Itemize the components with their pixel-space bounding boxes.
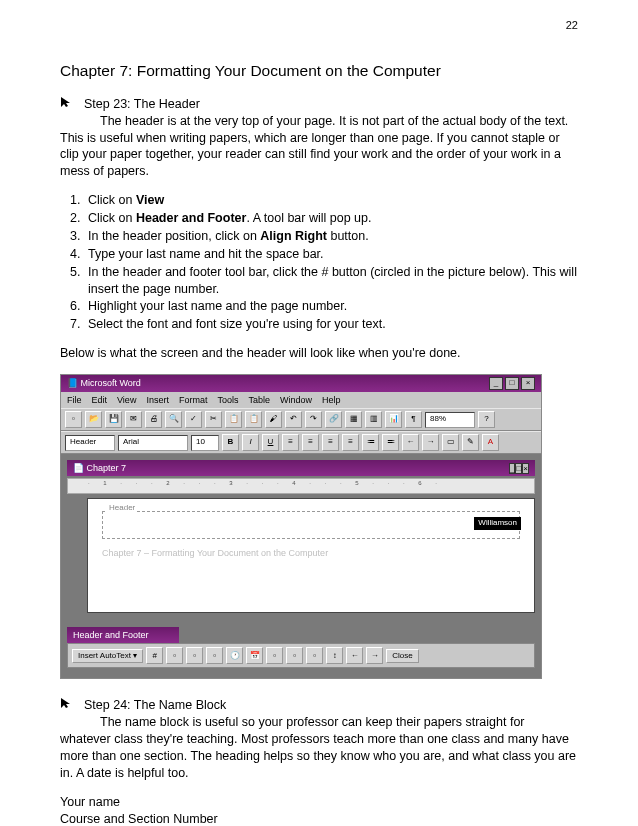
open-icon: 📂: [85, 411, 102, 428]
list-item: Click on View: [84, 192, 578, 209]
list-item: In the header and footer tool bar, click…: [84, 264, 578, 298]
word-screenshot: 📘 Microsoft Word _ □ × FileEditViewInser…: [60, 374, 542, 679]
pointer-icon: [60, 697, 74, 714]
highlight-icon: ✎: [462, 434, 479, 451]
insert-autotext-button: Insert AutoText ▾: [72, 649, 143, 664]
new-icon: ▫: [65, 411, 82, 428]
formatting-toolbar: Header Arial 10 BIU ≡≡≡≡ ≔≕←→ ▭✎A: [61, 431, 541, 454]
step23-intro: The header is at the very top of your pa…: [60, 113, 578, 181]
minimize-icon: _: [489, 377, 503, 390]
list-item: Type your last name and hit the space ba…: [84, 246, 578, 263]
align-right-icon: ≡: [322, 434, 339, 451]
style-select: Header: [65, 435, 115, 451]
italic-icon: I: [242, 434, 259, 451]
list-item: Select the font and font size you're usi…: [84, 316, 578, 333]
doc-titlebar: 📄 Chapter 7 _□×: [67, 460, 535, 476]
save-icon: 💾: [105, 411, 122, 428]
step-heading: Step 24: The Name Block: [84, 697, 226, 714]
close-button: Close: [386, 649, 418, 664]
size-select: 10: [191, 435, 219, 451]
step-heading: Step 23: The Header: [84, 96, 200, 113]
font-select: Arial: [118, 435, 188, 451]
document-page: Header Williamson Chapter 7 – Formatting…: [87, 498, 535, 613]
pointer-icon: [60, 96, 74, 113]
font-color-icon: A: [482, 434, 499, 451]
standard-toolbar: ▫📂💾 ✉🖨🔍 ✓✂📋📋🖌 ↶↷ 🔗▦▥ 📊¶ 88% ?: [61, 408, 541, 431]
step23-list: Click on View Click on Header and Footer…: [60, 192, 578, 333]
page-number: 22: [60, 18, 578, 33]
page-number-icon: #: [146, 647, 163, 664]
zoom-select: 88%: [425, 412, 475, 428]
step24-intro: The name block is useful so your profess…: [60, 714, 578, 782]
ruler: · 1 · · · 2 · · · 3 · · · 4 · · · 5 · · …: [67, 478, 535, 494]
maximize-icon: □: [505, 377, 519, 390]
header-footer-toolbar: Header and Footer Insert AutoText ▾ #▫▫▫…: [67, 627, 535, 668]
header-lastname: Williamson: [474, 517, 521, 530]
header-region: Header Williamson: [102, 511, 520, 539]
list-item: In the header position, click on Align R…: [84, 228, 578, 245]
justify-icon: ≡: [342, 434, 359, 451]
app-titlebar: 📘 Microsoft Word _ □ ×: [61, 375, 541, 392]
underline-icon: U: [262, 434, 279, 451]
name-block: Your name Course and Section Number Prof…: [60, 794, 578, 826]
menubar: FileEditViewInsertFormatToolsTableWindow…: [61, 392, 541, 408]
bold-icon: B: [222, 434, 239, 451]
below-caption: Below is what the screen and the header …: [60, 345, 578, 362]
list-item: Highlight your last name and the page nu…: [84, 298, 578, 315]
close-icon: ×: [521, 377, 535, 390]
align-center-icon: ≡: [302, 434, 319, 451]
chapter-title: Chapter 7: Formatting Your Document on t…: [60, 61, 578, 82]
align-left-icon: ≡: [282, 434, 299, 451]
body-ghost-text: Chapter 7 – Formatting Your Document on …: [102, 547, 520, 559]
list-item: Click on Header and Footer. A tool bar w…: [84, 210, 578, 227]
